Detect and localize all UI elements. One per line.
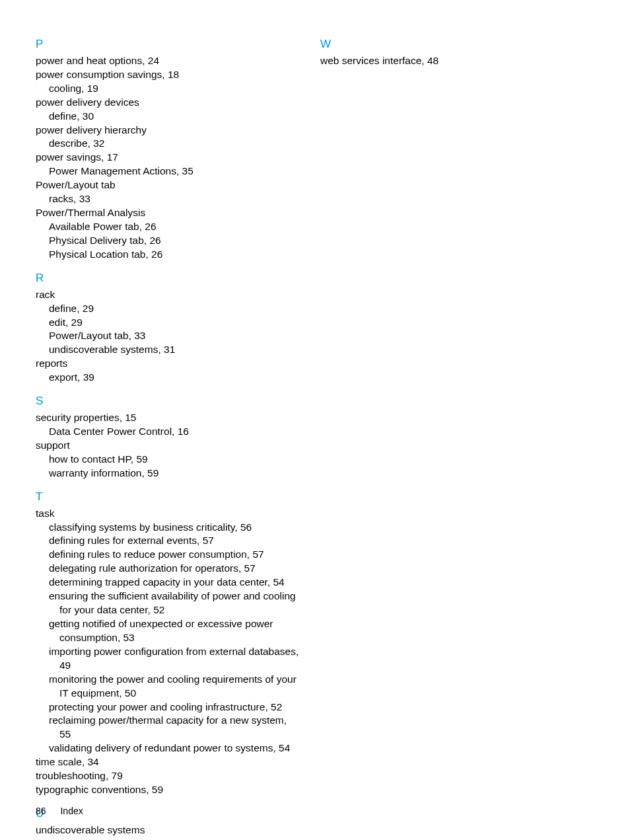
index-column-left: Ppower and heat options, 24power consump… bbox=[36, 37, 310, 840]
index-entry: web services interface, 48 bbox=[320, 54, 594, 68]
index-entry: Physical Delivery tab, 26 bbox=[36, 234, 310, 248]
index-entry: task bbox=[36, 507, 310, 521]
index-entry: classifying systems by business critical… bbox=[36, 521, 310, 535]
index-entry: protecting your power and cooling infras… bbox=[36, 701, 310, 714]
index-entry: export, 39 bbox=[36, 371, 310, 385]
index-entry: reports bbox=[36, 357, 310, 371]
index-entry: undiscoverable systems, 31 bbox=[36, 343, 310, 357]
index-entry: undiscoverable systems bbox=[36, 823, 310, 837]
index-column-right: Wweb services interface, 48 bbox=[320, 37, 594, 840]
index-entry: for your data center, 52 bbox=[36, 603, 310, 617]
index-entry: define, 29 bbox=[36, 302, 310, 316]
index-entry: troubleshooting, 79 bbox=[36, 769, 310, 783]
index-entry: 55 bbox=[36, 728, 310, 742]
index-entry: rack bbox=[36, 288, 310, 302]
index-entry: warranty information, 59 bbox=[36, 467, 310, 480]
index-entry: power delivery hierarchy bbox=[36, 124, 310, 137]
index-entry: determining trapped capacity in your dat… bbox=[36, 576, 310, 590]
index-entry: importing power configuration from exter… bbox=[36, 645, 310, 659]
footer-section-label: Index bbox=[60, 806, 83, 816]
page-number: 86 bbox=[36, 806, 46, 816]
index-entry: Power/Layout tab bbox=[36, 178, 310, 192]
index-entry: typographic conventions, 59 bbox=[36, 783, 310, 797]
index-entry: reclaiming power/thermal capacity for a … bbox=[36, 714, 310, 728]
index-entry: edit, 29 bbox=[36, 316, 310, 330]
index-entry: Power Management Actions, 35 bbox=[36, 165, 310, 178]
index-letter-heading: P bbox=[36, 37, 310, 52]
index-entry: describe, 32 bbox=[36, 137, 310, 151]
index-entry: cooling, 19 bbox=[36, 82, 310, 96]
index-entry: security properties, 15 bbox=[36, 411, 310, 425]
index-entry: racks, 33 bbox=[36, 192, 310, 206]
index-entry: Available Power tab, 26 bbox=[36, 220, 310, 234]
index-letter-heading: R bbox=[36, 271, 310, 286]
index-entry: power and heat options, 24 bbox=[36, 54, 310, 68]
index-entry: consumption, 53 bbox=[36, 631, 310, 645]
index-letter-heading: S bbox=[36, 394, 310, 409]
index-letter-heading: W bbox=[320, 37, 594, 52]
index-entry: delegating rule authorization for operat… bbox=[36, 562, 310, 576]
index-entry: support bbox=[36, 439, 310, 453]
index-entry: Physical Location tab, 26 bbox=[36, 248, 310, 262]
index-entry: power delivery devices bbox=[36, 96, 310, 110]
index-entry: Data Center Power Control, 16 bbox=[36, 425, 310, 439]
index-entry: time scale, 34 bbox=[36, 755, 310, 769]
index-entry: ensuring the sufficient availability of … bbox=[36, 590, 310, 603]
index-entry: Power/Layout tab, 33 bbox=[36, 329, 310, 343]
index-entry: defining rules for external events, 57 bbox=[36, 534, 310, 548]
index-entry: Power/Thermal Analysis bbox=[36, 206, 310, 220]
index-entry: defining rules to reduce power consumpti… bbox=[36, 548, 310, 562]
index-entry: validating delivery of redundant power t… bbox=[36, 742, 310, 755]
index-entry: define, 30 bbox=[36, 110, 310, 124]
index-entry: IT equipment, 50 bbox=[36, 687, 310, 701]
index-entry: define, 31 bbox=[36, 837, 310, 840]
page-footer: 86 Index bbox=[36, 805, 83, 818]
index-letter-heading: T bbox=[36, 490, 310, 505]
index-entry: monitoring the power and cooling require… bbox=[36, 673, 310, 687]
index-entry: how to contact HP, 59 bbox=[36, 453, 310, 467]
index-entry: 49 bbox=[36, 659, 310, 673]
index-entry: power consumption savings, 18 bbox=[36, 68, 310, 82]
index-entry: power savings, 17 bbox=[36, 151, 310, 165]
index-entry: getting notified of unexpected or excess… bbox=[36, 617, 310, 631]
